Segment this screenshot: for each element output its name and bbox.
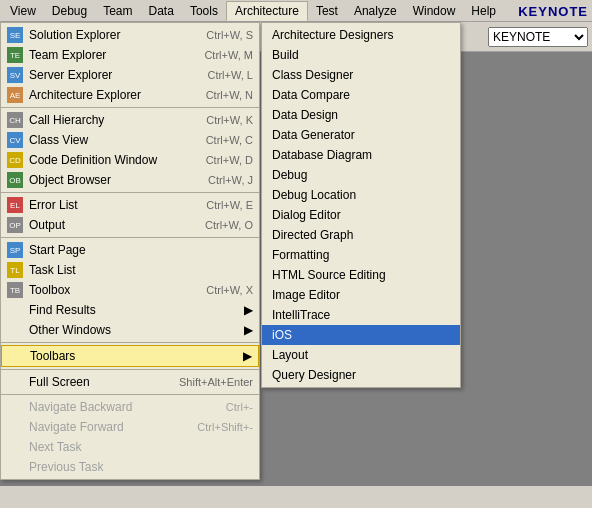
arch-item-dialog-editor[interactable]: Dialog Editor (262, 205, 460, 225)
menu-item-label: Code Definition Window (29, 153, 157, 167)
menu-item-label: Find Results (29, 303, 96, 317)
menu-test[interactable]: Test (308, 2, 346, 20)
menu-item-navigate-backward[interactable]: Navigate Backward Ctrl+- (1, 397, 259, 417)
arch-item-directed-graph[interactable]: Directed Graph (262, 225, 460, 245)
menu-item-previous-task[interactable]: Previous Task (1, 457, 259, 477)
menu-item-label: Debug Location (272, 188, 356, 202)
menu-item-server-explorer[interactable]: SV Server Explorer Ctrl+W, L (1, 65, 259, 85)
menu-help[interactable]: Help (463, 2, 504, 20)
menu-item-label: Debug (272, 168, 307, 182)
separator-2 (1, 192, 259, 193)
menu-item-label: Navigate Forward (29, 420, 124, 434)
arch-item-formatting[interactable]: Formatting (262, 245, 460, 265)
menu-item-label: iOS (272, 328, 292, 342)
shortcut: Ctrl+W, N (186, 89, 253, 101)
arch-item-layout[interactable]: Layout (262, 345, 460, 365)
toolbox-icon: TB (5, 282, 25, 298)
menu-item-label: Toolbars (30, 349, 75, 363)
shortcut: Ctrl+W, S (186, 29, 253, 41)
shortcut: Ctrl+W, O (185, 219, 253, 231)
menu-item-label: Data Generator (272, 128, 355, 142)
menu-item-label: Error List (29, 198, 78, 212)
menu-item-team-explorer[interactable]: TE Team Explorer Ctrl+W, M (1, 45, 259, 65)
arch-item-query-designer[interactable]: Query Designer (262, 365, 460, 385)
menu-item-label: IntelliTrace (272, 308, 330, 322)
error-list-icon: EL (5, 197, 25, 213)
arch-item-debug[interactable]: Debug (262, 165, 460, 185)
menu-item-code-definition[interactable]: CD Code Definition Window Ctrl+W, D (1, 150, 259, 170)
menu-window[interactable]: Window (405, 2, 464, 20)
menu-item-toolbox[interactable]: TB Toolbox Ctrl+W, X (1, 280, 259, 300)
menu-item-navigate-forward[interactable]: Navigate Forward Ctrl+Shift+- (1, 417, 259, 437)
menu-debug[interactable]: Debug (44, 2, 95, 20)
menu-item-toolbars[interactable]: Toolbars ▶ (1, 345, 259, 367)
menu-item-label: Build (272, 48, 299, 62)
arch-item-html-source-editing[interactable]: HTML Source Editing (262, 265, 460, 285)
menu-item-other-windows[interactable]: Other Windows ▶ (1, 320, 259, 340)
menu-item-label: Other Windows (29, 323, 111, 337)
keynote-area: KEYNOTE (514, 0, 592, 22)
arch-item-build[interactable]: Build (262, 45, 460, 65)
menu-item-solution-explorer[interactable]: SE Solution Explorer Ctrl+W, S (1, 25, 259, 45)
shortcut: Ctrl+Shift+- (177, 421, 253, 433)
keynote-dropdown[interactable]: KEYNOTE (488, 27, 588, 47)
menu-item-label: Solution Explorer (29, 28, 120, 42)
menu-item-label: Data Compare (272, 88, 350, 102)
menu-item-label: Dialog Editor (272, 208, 341, 222)
separator-6 (1, 394, 259, 395)
menu-item-task-list[interactable]: TL Task List (1, 260, 259, 280)
arch-item-intellitrace[interactable]: IntelliTrace (262, 305, 460, 325)
menu-item-label: Query Designer (272, 368, 356, 382)
separator-4 (1, 342, 259, 343)
arch-item-data-generator[interactable]: Data Generator (262, 125, 460, 145)
class-view-icon: CV (5, 132, 25, 148)
menu-item-next-task[interactable]: Next Task (1, 437, 259, 457)
menu-architecture[interactable]: Architecture (226, 1, 308, 21)
menu-item-class-view[interactable]: CV Class View Ctrl+W, C (1, 130, 259, 150)
separator-1 (1, 107, 259, 108)
call-hierarchy-icon: CH (5, 112, 25, 128)
menubar: View Debug Team Data Tools Architecture … (0, 0, 592, 22)
menu-item-label: Architecture Explorer (29, 88, 141, 102)
menu-item-label: Full Screen (29, 375, 90, 389)
view-menu-dropdown: SE Solution Explorer Ctrl+W, S TE Team E… (0, 22, 260, 480)
start-page-icon: SP (5, 242, 25, 258)
arch-item-data-compare[interactable]: Data Compare (262, 85, 460, 105)
arch-item-architecture-designers[interactable]: Architecture Designers (262, 25, 460, 45)
menu-item-architecture-explorer[interactable]: AE Architecture Explorer Ctrl+W, N (1, 85, 259, 105)
menu-item-label: Previous Task (29, 460, 103, 474)
arch-item-debug-location[interactable]: Debug Location (262, 185, 460, 205)
menu-analyze[interactable]: Analyze (346, 2, 405, 20)
menu-item-label: Directed Graph (272, 228, 353, 242)
submenu-arrow: ▶ (233, 349, 252, 363)
arch-item-data-design[interactable]: Data Design (262, 105, 460, 125)
menu-item-start-page[interactable]: SP Start Page (1, 240, 259, 260)
dropdown-container: SE Solution Explorer Ctrl+W, S TE Team E… (0, 22, 260, 480)
task-list-icon: TL (5, 262, 25, 278)
code-definition-icon: CD (5, 152, 25, 168)
shortcut: Ctrl+W, E (186, 199, 253, 211)
team-explorer-icon: TE (5, 47, 25, 63)
arch-item-database-diagram[interactable]: Database Diagram (262, 145, 460, 165)
keynote-label: KEYNOTE (518, 4, 588, 19)
menu-tools[interactable]: Tools (182, 2, 226, 20)
arch-item-class-designer[interactable]: Class Designer (262, 65, 460, 85)
server-explorer-icon: SV (5, 67, 25, 83)
menu-item-call-hierarchy[interactable]: CH Call Hierarchy Ctrl+W, K (1, 110, 259, 130)
menu-item-label: Call Hierarchy (29, 113, 104, 127)
menu-item-object-browser[interactable]: OB Object Browser Ctrl+W, J (1, 170, 259, 190)
menu-item-label: Next Task (29, 440, 81, 454)
menu-item-error-list[interactable]: EL Error List Ctrl+W, E (1, 195, 259, 215)
arch-item-ios[interactable]: iOS (262, 325, 460, 345)
menu-data[interactable]: Data (141, 2, 182, 20)
menu-team[interactable]: Team (95, 2, 140, 20)
output-icon: OP (5, 217, 25, 233)
arch-item-image-editor[interactable]: Image Editor (262, 285, 460, 305)
menu-item-full-screen[interactable]: Full Screen Shift+Alt+Enter (1, 372, 259, 392)
shortcut: Ctrl+W, C (186, 134, 253, 146)
menu-item-label: Layout (272, 348, 308, 362)
menu-view[interactable]: View (2, 2, 44, 20)
menu-item-find-results[interactable]: Find Results ▶ (1, 300, 259, 320)
menu-item-label: Toolbox (29, 283, 70, 297)
menu-item-output[interactable]: OP Output Ctrl+W, O (1, 215, 259, 235)
